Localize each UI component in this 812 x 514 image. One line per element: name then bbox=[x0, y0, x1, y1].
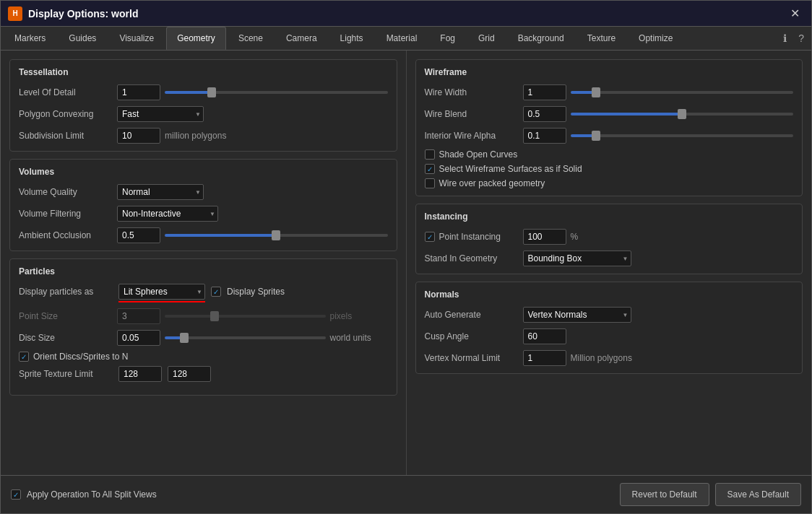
tab-guides[interactable]: Guides bbox=[58, 27, 107, 50]
tab-fog[interactable]: Fog bbox=[429, 27, 466, 50]
tab-background[interactable]: Background bbox=[507, 27, 575, 50]
vertex-normal-limit-input[interactable] bbox=[523, 350, 566, 366]
volume-filtering-row: Volume Filtering Interactive Non-Interac… bbox=[19, 206, 388, 222]
volume-filtering-label: Volume Filtering bbox=[19, 209, 113, 219]
interior-wire-alpha-row: Interior Wire Alpha bbox=[425, 128, 794, 144]
tab-scene[interactable]: Scene bbox=[228, 27, 274, 50]
interior-wire-alpha-input[interactable] bbox=[523, 128, 566, 144]
disc-size-unit: world units bbox=[330, 333, 388, 343]
point-size-slider[interactable] bbox=[165, 315, 326, 318]
apply-operation-label: Apply Operation To All Split Views bbox=[27, 489, 157, 500]
level-of-detail-slider-container bbox=[165, 91, 388, 94]
tab-grid[interactable]: Grid bbox=[467, 27, 506, 50]
level-of-detail-input[interactable] bbox=[117, 84, 160, 100]
wire-width-slider[interactable] bbox=[571, 91, 794, 94]
help-icon[interactable]: ? bbox=[794, 30, 808, 47]
disc-size-slider[interactable] bbox=[165, 336, 326, 339]
stand-in-geometry-row: Stand In Geometry Bounding Box Centroid … bbox=[425, 251, 794, 266]
tab-texture[interactable]: Texture bbox=[576, 27, 626, 50]
wire-width-row: Wire Width bbox=[425, 84, 794, 100]
tab-optimize[interactable]: Optimize bbox=[628, 27, 683, 50]
revert-to-default-button[interactable]: Revert to Default bbox=[620, 483, 709, 506]
stand-in-geometry-wrapper: Bounding Box Centroid Full Geometry bbox=[523, 251, 631, 266]
sprite-texture-input2[interactable] bbox=[168, 366, 211, 382]
point-size-input[interactable] bbox=[117, 308, 160, 324]
ambient-occlusion-input[interactable] bbox=[117, 227, 160, 243]
ambient-occlusion-slider[interactable] bbox=[165, 234, 388, 237]
point-instancing-input[interactable] bbox=[523, 229, 566, 245]
select-wireframe-checkbox[interactable]: ✓ bbox=[425, 164, 435, 174]
normals-section: Normals Auto Generate Vertex Normals Poi… bbox=[415, 282, 803, 374]
instancing-section: Instancing ✓ Point Instancing % Stand In… bbox=[415, 204, 803, 274]
shade-open-curves-row: Shade Open Curves bbox=[425, 149, 794, 160]
disc-size-label: Disc Size bbox=[19, 333, 113, 343]
orient-checkbox[interactable]: ✓ bbox=[19, 352, 29, 362]
select-wireframe-label: Select Wireframe Surfaces as if Solid bbox=[439, 164, 582, 174]
display-as-select[interactable]: Lit Spheres Discs Points bbox=[118, 284, 205, 300]
tab-lights[interactable]: Lights bbox=[329, 27, 374, 50]
title-bar: H Display Options: world ✕ bbox=[1, 1, 811, 27]
stand-in-geometry-label: Stand In Geometry bbox=[425, 253, 519, 263]
particles-display-row: Display particles as Lit Spheres Discs P… bbox=[19, 284, 388, 300]
auto-generate-select[interactable]: Vertex Normals Point Normals None bbox=[523, 307, 631, 323]
auto-generate-label: Auto Generate bbox=[425, 310, 519, 320]
tab-visualize[interactable]: Visualize bbox=[108, 27, 165, 50]
point-size-unit: pixels bbox=[330, 311, 388, 321]
ambient-occlusion-slider-container bbox=[165, 234, 388, 237]
display-sprites-checkbox[interactable]: ✓ bbox=[211, 287, 221, 297]
interior-wire-alpha-slider[interactable] bbox=[571, 134, 794, 137]
instancing-title: Instancing bbox=[425, 212, 794, 222]
tab-bar: Markers Guides Visualize Geometry Scene … bbox=[1, 27, 811, 51]
subdivision-limit-unit: million polygons bbox=[165, 131, 226, 141]
tab-geometry[interactable]: Geometry bbox=[166, 27, 226, 50]
wire-blend-slider-container bbox=[571, 113, 794, 116]
volumes-title: Volumes bbox=[19, 167, 388, 177]
content-area: Tessellation Level Of Detail Polygon Con… bbox=[1, 51, 811, 475]
volume-quality-row: Volume Quality Low Normal High bbox=[19, 184, 388, 200]
wire-over-packed-label: Wire over packed geometry bbox=[439, 178, 545, 188]
volume-filtering-select[interactable]: Interactive Non-Interactive bbox=[117, 206, 218, 222]
wire-over-packed-checkbox[interactable] bbox=[425, 178, 435, 188]
tab-markers[interactable]: Markers bbox=[4, 27, 56, 50]
wire-blend-slider[interactable] bbox=[571, 113, 794, 116]
close-button[interactable]: ✕ bbox=[786, 5, 804, 22]
wire-blend-label: Wire Blend bbox=[425, 109, 519, 119]
polygon-convexing-wrapper: Fast None All bbox=[117, 106, 204, 122]
wire-width-input[interactable] bbox=[523, 84, 566, 100]
tab-camera[interactable]: Camera bbox=[275, 27, 328, 50]
tab-material[interactable]: Material bbox=[376, 27, 428, 50]
polygon-convexing-select[interactable]: Fast None All bbox=[117, 106, 204, 122]
red-underline bbox=[118, 301, 205, 302]
window-title: Display Options: world bbox=[28, 8, 138, 19]
orient-row: ✓ Orient Discs/Sprites to N bbox=[19, 352, 388, 362]
sprite-texture-input1[interactable] bbox=[118, 366, 162, 382]
volume-quality-wrapper: Low Normal High bbox=[117, 184, 204, 200]
ambient-occlusion-label: Ambient Occlusion bbox=[19, 230, 113, 240]
main-window: H Display Options: world ✕ Markers Guide… bbox=[0, 0, 812, 514]
volumes-section: Volumes Volume Quality Low Normal High V… bbox=[9, 159, 397, 251]
bottom-bar: ✓ Apply Operation To All Split Views Rev… bbox=[1, 475, 811, 513]
apply-operation-checkbox[interactable]: ✓ bbox=[11, 489, 21, 500]
disc-size-slider-container bbox=[165, 336, 326, 339]
auto-generate-row: Auto Generate Vertex Normals Point Norma… bbox=[425, 307, 794, 323]
info-icon[interactable]: ℹ bbox=[779, 30, 791, 47]
subdivision-limit-input[interactable] bbox=[117, 128, 160, 144]
subdivision-limit-row: Subdivision Limit million polygons bbox=[19, 128, 388, 144]
wire-width-slider-container bbox=[571, 91, 794, 94]
point-size-row: Point Size pixels bbox=[19, 308, 388, 324]
point-instancing-checkbox[interactable]: ✓ bbox=[425, 232, 435, 242]
volume-quality-select[interactable]: Low Normal High bbox=[117, 184, 204, 200]
polygon-convexing-label: Polygon Convexing bbox=[19, 109, 113, 119]
disc-size-input[interactable] bbox=[117, 330, 160, 346]
tessellation-title: Tessellation bbox=[19, 67, 388, 77]
level-of-detail-slider[interactable] bbox=[165, 91, 388, 94]
stand-in-geometry-select[interactable]: Bounding Box Centroid Full Geometry bbox=[523, 251, 631, 266]
shade-open-curves-checkbox[interactable] bbox=[425, 149, 435, 160]
save-as-default-button[interactable]: Save As Default bbox=[715, 483, 801, 506]
disc-size-row: Disc Size world units bbox=[19, 330, 388, 346]
point-instancing-unit: % bbox=[571, 232, 579, 242]
bottom-buttons: Revert to Default Save As Default bbox=[620, 483, 801, 506]
ambient-occlusion-row: Ambient Occlusion bbox=[19, 227, 388, 243]
cusp-angle-input[interactable] bbox=[523, 328, 566, 344]
wire-blend-input[interactable] bbox=[523, 106, 566, 122]
